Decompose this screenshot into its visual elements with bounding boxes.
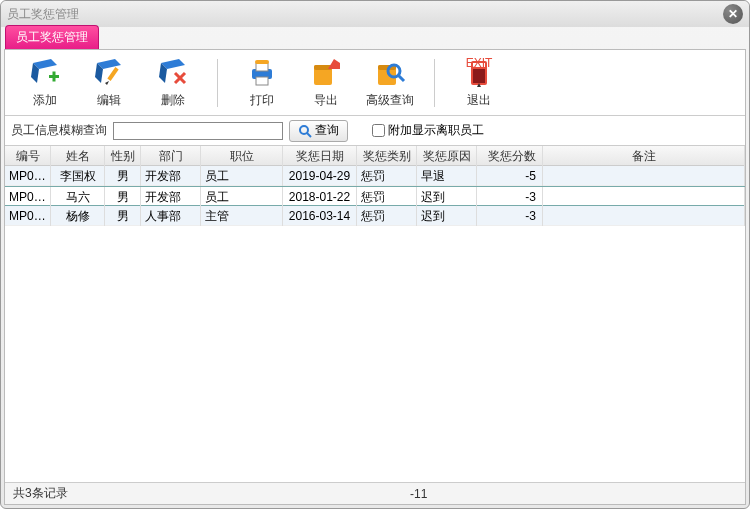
print-button[interactable]: 打印 xyxy=(232,54,292,112)
delete-icon xyxy=(157,57,189,89)
col-reason[interactable]: 奖惩原因 xyxy=(417,146,477,166)
tabbar: 员工奖惩管理 xyxy=(1,27,749,49)
export-button[interactable]: 导出 xyxy=(296,54,356,112)
export-icon xyxy=(310,57,342,89)
cell: 主管 xyxy=(201,206,283,226)
query-button[interactable]: 查询 xyxy=(289,120,348,142)
statusbar: 共3条记录 -11 xyxy=(5,482,745,504)
exit-label: 退出 xyxy=(467,92,491,109)
cell: 2019-04-29 xyxy=(283,166,357,186)
cell: -5 xyxy=(477,166,543,186)
close-icon: ✕ xyxy=(728,7,738,21)
svg-line-21 xyxy=(398,75,404,81)
tab-reward-punish[interactable]: 员工奖惩管理 xyxy=(5,25,99,49)
cell: 员工 xyxy=(201,166,283,186)
cell: 男 xyxy=(105,206,141,226)
searchbar: 员工信息模糊查询 查询 附加显示离职员工 xyxy=(5,116,745,146)
edit-icon xyxy=(93,57,125,89)
export-label: 导出 xyxy=(314,92,338,109)
advsearch-icon xyxy=(374,57,406,89)
cell: MP001 xyxy=(5,187,51,207)
cell: 人事部 xyxy=(141,206,201,226)
search-label: 员工信息模糊查询 xyxy=(11,122,107,139)
table-row[interactable]: MP004李国权男开发部员工2019-04-29惩罚早退-5 xyxy=(5,166,745,186)
record-count: 共3条记录 xyxy=(13,485,68,502)
cell xyxy=(543,206,745,226)
cell: 2016-03-14 xyxy=(283,206,357,226)
cell: 惩罚 xyxy=(357,166,417,186)
cell: 杨修 xyxy=(51,206,105,226)
app-window: 员工奖惩管理 ✕ 员工奖惩管理 添加 编辑 xyxy=(0,0,750,509)
add-button[interactable]: 添加 xyxy=(15,54,75,112)
query-label: 查询 xyxy=(315,122,339,139)
tab-label: 员工奖惩管理 xyxy=(16,30,88,44)
advsearch-label: 高级查询 xyxy=(366,92,414,109)
delete-button[interactable]: 删除 xyxy=(143,54,203,112)
col-score[interactable]: 奖惩分数 xyxy=(477,146,543,166)
cell: MP006 xyxy=(5,206,51,226)
col-id[interactable]: 编号 xyxy=(5,146,51,166)
print-label: 打印 xyxy=(250,92,274,109)
cell: -3 xyxy=(477,206,543,226)
data-grid[interactable]: 编号 姓名 性别 部门 职位 奖惩日期 奖惩类别 奖惩原因 奖惩分数 备注 MP… xyxy=(5,146,745,482)
table-row[interactable]: MP006杨修男人事部主管2016-03-14惩罚迟到-3 xyxy=(5,206,745,226)
delete-label: 删除 xyxy=(161,92,185,109)
toolbar: 添加 编辑 删除 打印 xyxy=(5,50,745,116)
cell: 员工 xyxy=(201,187,283,207)
cell: 迟到 xyxy=(417,187,477,207)
table-row[interactable]: MP001马六男开发部员工2018-01-22惩罚迟到-3 xyxy=(5,186,745,206)
svg-rect-3 xyxy=(53,71,56,81)
score-sum: -11 xyxy=(410,487,427,501)
titlebar: 员工奖惩管理 ✕ xyxy=(1,1,749,27)
svg-rect-6 xyxy=(107,67,118,81)
svg-marker-7 xyxy=(105,81,109,85)
col-name[interactable]: 姓名 xyxy=(51,146,105,166)
edit-button[interactable]: 编辑 xyxy=(79,54,139,112)
svg-rect-14 xyxy=(256,77,268,85)
cell: 2018-01-22 xyxy=(283,187,357,207)
col-dept[interactable]: 部门 xyxy=(141,146,201,166)
show-resigned-input[interactable] xyxy=(372,124,385,137)
search-icon xyxy=(298,124,312,138)
print-icon xyxy=(246,57,278,89)
svg-text:EXIT: EXIT xyxy=(466,57,493,70)
col-note[interactable]: 备注 xyxy=(543,146,745,166)
svg-rect-13 xyxy=(256,63,268,71)
cell: MP004 xyxy=(5,166,51,186)
grid-header: 编号 姓名 性别 部门 职位 奖惩日期 奖惩类别 奖惩原因 奖惩分数 备注 xyxy=(5,146,745,166)
col-type[interactable]: 奖惩类别 xyxy=(357,146,417,166)
show-resigned-checkbox[interactable]: 附加显示离职员工 xyxy=(372,122,484,139)
svg-rect-15 xyxy=(255,60,269,64)
svg-line-28 xyxy=(307,133,311,137)
cell: 开发部 xyxy=(141,187,201,207)
window-title: 员工奖惩管理 xyxy=(7,6,79,23)
close-button[interactable]: ✕ xyxy=(723,4,743,24)
search-input[interactable] xyxy=(113,122,283,140)
cell: 李国权 xyxy=(51,166,105,186)
cell: 开发部 xyxy=(141,166,201,186)
cell: 迟到 xyxy=(417,206,477,226)
toolbar-divider xyxy=(217,59,218,107)
add-icon xyxy=(29,57,61,89)
cell: 惩罚 xyxy=(357,206,417,226)
cell: 早退 xyxy=(417,166,477,186)
svg-point-27 xyxy=(300,126,308,134)
cell: 男 xyxy=(105,166,141,186)
cell: 男 xyxy=(105,187,141,207)
cell: 马六 xyxy=(51,187,105,207)
col-date[interactable]: 奖惩日期 xyxy=(283,146,357,166)
grid-body: MP004李国权男开发部员工2019-04-29惩罚早退-5MP001马六男开发… xyxy=(5,166,745,226)
add-label: 添加 xyxy=(33,92,57,109)
exit-icon: EXIT xyxy=(463,57,495,89)
advsearch-button[interactable]: 高级查询 xyxy=(360,54,420,112)
exit-button[interactable]: EXIT 退出 xyxy=(449,54,509,112)
col-pos[interactable]: 职位 xyxy=(201,146,283,166)
cell xyxy=(543,166,745,186)
edit-label: 编辑 xyxy=(97,92,121,109)
cell xyxy=(543,187,745,207)
cell: 惩罚 xyxy=(357,187,417,207)
svg-rect-25 xyxy=(473,69,485,83)
cell: -3 xyxy=(477,187,543,207)
col-gender[interactable]: 性别 xyxy=(105,146,141,166)
content: 添加 编辑 删除 打印 xyxy=(4,49,746,505)
